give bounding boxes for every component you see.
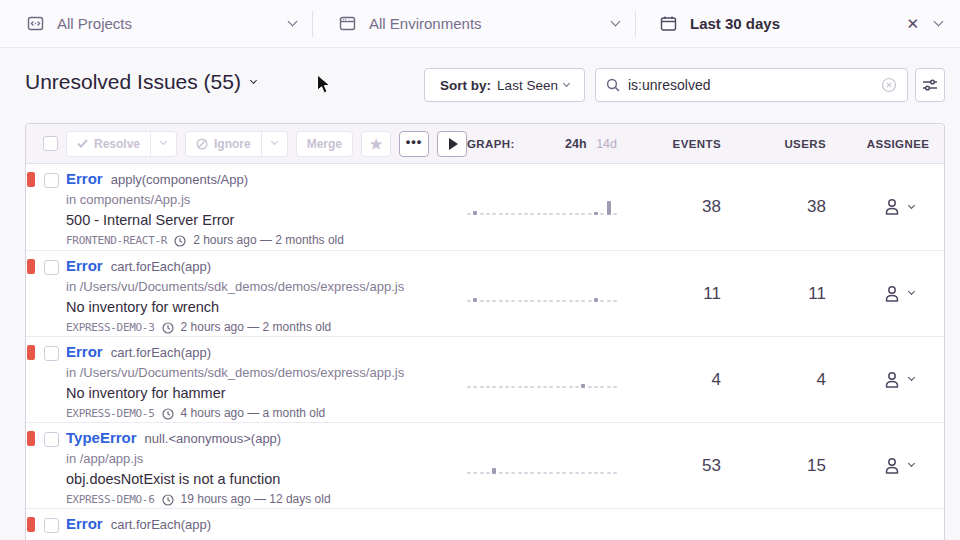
graph-range-14d[interactable]: 14d <box>596 137 617 151</box>
chevron-down-icon <box>611 17 621 27</box>
issue-type-link[interactable]: Error <box>66 515 103 532</box>
users-count: 38 <box>721 197 826 217</box>
merge-button[interactable]: Merge <box>296 131 353 157</box>
issue-row[interactable]: TypeErrornull.<anonymous>(app) in /app/a… <box>26 422 944 508</box>
events-sparkline <box>467 199 617 215</box>
more-actions-button[interactable]: ••• <box>399 131 429 157</box>
issue-location: in /Users/vu/Documents/sdk_demos/demos/e… <box>66 278 466 295</box>
stream-header: Unresolved Issues (55) Sort by: Last See… <box>0 48 960 123</box>
issue-type-link[interactable]: TypeError <box>66 429 137 446</box>
issue-checkbox[interactable] <box>44 432 59 447</box>
events-sparkline <box>467 372 617 388</box>
clear-date-range-icon[interactable]: ✕ <box>906 16 919 31</box>
issue-location: in /app/app.js <box>66 450 466 467</box>
chevron-down-icon <box>288 17 298 27</box>
saved-search-settings-button[interactable] <box>915 68 945 102</box>
events-column-header: EVENTS <box>617 138 721 150</box>
ignore-button[interactable]: Ignore <box>185 131 262 157</box>
issue-message: 500 - Internal Server Error <box>66 211 466 229</box>
project-slug: EXPRESS-DEMO-3 <box>66 320 155 335</box>
issue-culprit: apply(components/App) <box>111 172 248 187</box>
events-count: 11 <box>617 284 721 304</box>
issue-culprit: null.<anonymous>(app) <box>145 431 282 446</box>
issue-message: No inventory for hammer <box>66 384 466 402</box>
global-filter-bar: All Projects All Environments Last 30 da… <box>0 0 960 48</box>
events-count: 38 <box>617 197 721 217</box>
issue-age: 19 hours ago — 12 days old <box>181 492 331 507</box>
graph-column-header: GRAPH: <box>467 138 515 150</box>
issue-age: 2 hours ago — 2 months old <box>193 233 344 248</box>
ellipsis-icon: ••• <box>406 135 423 148</box>
error-level-bar <box>27 345 35 360</box>
issue-age: 2 hours ago — 2 months old <box>181 320 332 335</box>
search-icon <box>606 78 620 92</box>
project-slug: FRONTEND-REACT-R <box>66 233 167 248</box>
graph-range-24h[interactable]: 24h <box>565 137 587 151</box>
issues-panel: Resolve Ignore Merge ★ ••• GRAPH: 24h <box>25 123 945 540</box>
assignee-button[interactable] <box>882 456 914 476</box>
clear-search-icon[interactable] <box>881 77 897 93</box>
sort-by-button[interactable]: Sort by: Last Seen <box>424 68 585 102</box>
page-title[interactable]: Unresolved Issues (55) <box>25 70 256 94</box>
events-count: 53 <box>617 456 721 476</box>
clock-icon <box>162 494 174 506</box>
project-selector-label: All Projects <box>57 15 132 32</box>
bookmark-button[interactable]: ★ <box>361 131 391 157</box>
assignee-button[interactable] <box>882 284 914 304</box>
issue-type-link[interactable]: Error <box>66 257 103 274</box>
assignee-person-icon <box>882 370 902 390</box>
check-icon <box>77 139 88 148</box>
clock-icon <box>174 235 186 247</box>
issue-search <box>595 68 908 102</box>
issue-age: 4 hours ago — a month old <box>181 406 326 421</box>
environments-icon <box>339 15 356 32</box>
select-all-checkbox[interactable] <box>43 136 58 151</box>
ignore-dropdown-button[interactable] <box>262 131 288 157</box>
resolve-dropdown-button[interactable] <box>151 131 177 157</box>
calendar-icon <box>660 15 677 32</box>
chevron-down-icon <box>908 374 915 381</box>
users-count: 11 <box>721 284 826 304</box>
resolve-button[interactable]: Resolve <box>66 131 151 157</box>
events-sparkline <box>467 458 617 474</box>
issue-checkbox[interactable] <box>44 346 59 361</box>
issue-culprit: cart.forEach(app) <box>111 259 211 274</box>
sliders-icon <box>922 78 938 92</box>
project-slug: EXPRESS-DEMO-6 <box>66 492 155 507</box>
issue-location: in /Users/vu/Documents/sdk_demos/demos/e… <box>66 536 466 540</box>
chevron-down-icon <box>908 288 915 295</box>
environment-selector[interactable]: All Environments <box>313 0 635 47</box>
date-range-selector[interactable]: Last 30 days ✕ <box>636 0 960 47</box>
issue-checkbox[interactable] <box>44 260 59 275</box>
issue-checkbox[interactable] <box>44 173 59 188</box>
date-range-label: Last 30 days <box>690 15 780 32</box>
chevron-down-icon <box>934 17 944 27</box>
error-level-bar <box>27 172 35 187</box>
events-sparkline <box>467 286 617 302</box>
clock-icon <box>162 408 174 420</box>
environment-selector-label: All Environments <box>369 15 482 32</box>
ignore-icon <box>196 138 208 150</box>
projects-icon <box>27 15 44 32</box>
clock-icon <box>162 322 174 334</box>
issue-row[interactable]: Errorcart.forEach(app) in /Users/vu/Docu… <box>26 508 944 540</box>
project-selector[interactable]: All Projects <box>0 0 312 47</box>
issue-type-link[interactable]: Error <box>66 343 103 360</box>
issue-location: in components/App.js <box>66 191 466 208</box>
issue-type-link[interactable]: Error <box>66 170 103 187</box>
assignee-person-icon <box>882 456 902 476</box>
assignee-person-icon <box>882 284 902 304</box>
assignee-button[interactable] <box>882 197 914 217</box>
issue-checkbox[interactable] <box>44 518 59 533</box>
issue-row[interactable]: Errorapply(components/App) in components… <box>26 164 944 250</box>
search-input[interactable] <box>628 77 881 93</box>
issue-row[interactable]: Errorcart.forEach(app) in /Users/vu/Docu… <box>26 336 944 422</box>
chevron-down-icon <box>908 201 915 208</box>
issue-row[interactable]: Errorcart.forEach(app) in /Users/vu/Docu… <box>26 250 944 336</box>
error-level-bar <box>27 517 35 532</box>
error-level-bar <box>27 431 35 446</box>
issue-location: in /Users/vu/Documents/sdk_demos/demos/e… <box>66 364 466 381</box>
star-icon: ★ <box>370 137 383 151</box>
issues-toolbar: Resolve Ignore Merge ★ ••• GRAPH: 24h <box>26 124 944 164</box>
assignee-button[interactable] <box>882 370 914 390</box>
